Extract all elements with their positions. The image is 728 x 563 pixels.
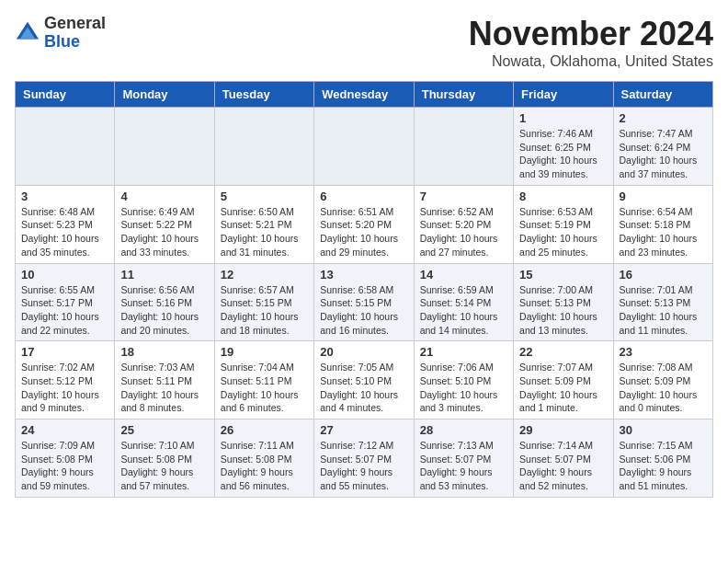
day-info: Sunrise: 7:09 AM Sunset: 5:08 PM Dayligh… (21, 439, 108, 493)
day-number: 1 (519, 111, 607, 125)
calendar-cell (414, 108, 513, 186)
calendar-week-row: 3Sunrise: 6:48 AM Sunset: 5:23 PM Daylig… (16, 185, 713, 263)
page-header: General Blue November 2024 Nowata, Oklah… (15, 15, 713, 70)
day-info: Sunrise: 7:13 AM Sunset: 5:07 PM Dayligh… (420, 439, 507, 493)
calendar-cell: 14Sunrise: 6:59 AM Sunset: 5:14 PM Dayli… (414, 263, 513, 341)
calendar-cell: 2Sunrise: 7:47 AM Sunset: 6:24 PM Daylig… (613, 108, 712, 186)
day-number: 5 (221, 190, 308, 203)
day-info: Sunrise: 7:08 AM Sunset: 5:09 PM Dayligh… (620, 361, 707, 415)
day-number: 19 (221, 345, 308, 359)
column-header-monday: Monday (115, 82, 214, 108)
calendar-cell: 3Sunrise: 6:48 AM Sunset: 5:23 PM Daylig… (16, 185, 115, 263)
day-info: Sunrise: 6:53 AM Sunset: 5:19 PM Dayligh… (519, 205, 607, 259)
day-number: 25 (120, 423, 208, 437)
day-number: 16 (620, 268, 707, 282)
day-info: Sunrise: 7:03 AM Sunset: 5:11 PM Dayligh… (120, 361, 208, 415)
calendar-week-row: 10Sunrise: 6:55 AM Sunset: 5:17 PM Dayli… (16, 263, 713, 341)
day-info: Sunrise: 7:05 AM Sunset: 5:10 PM Dayligh… (320, 361, 407, 415)
calendar-cell: 29Sunrise: 7:14 AM Sunset: 5:07 PM Dayli… (514, 419, 613, 498)
calendar-cell: 20Sunrise: 7:05 AM Sunset: 5:10 PM Dayli… (314, 341, 414, 419)
day-number: 27 (320, 423, 407, 437)
location: Nowata, Oklahoma, United States (469, 53, 713, 70)
column-header-wednesday: Wednesday (314, 82, 414, 108)
calendar-cell: 28Sunrise: 7:13 AM Sunset: 5:07 PM Dayli… (414, 419, 513, 498)
day-info: Sunrise: 7:06 AM Sunset: 5:10 PM Dayligh… (420, 361, 507, 415)
day-number: 22 (519, 345, 607, 359)
day-number: 2 (620, 111, 707, 125)
calendar-week-row: 1Sunrise: 7:46 AM Sunset: 6:25 PM Daylig… (16, 108, 713, 186)
day-number: 23 (620, 345, 707, 359)
day-info: Sunrise: 6:48 AM Sunset: 5:23 PM Dayligh… (21, 205, 108, 259)
column-header-saturday: Saturday (613, 82, 712, 108)
day-number: 13 (320, 268, 407, 282)
day-number: 20 (320, 345, 407, 359)
day-info: Sunrise: 6:50 AM Sunset: 5:21 PM Dayligh… (221, 205, 308, 259)
calendar-cell (314, 108, 414, 186)
day-number: 14 (420, 268, 507, 282)
day-info: Sunrise: 6:56 AM Sunset: 5:16 PM Dayligh… (120, 283, 208, 338)
calendar-cell: 30Sunrise: 7:15 AM Sunset: 5:06 PM Dayli… (613, 419, 712, 498)
calendar-cell: 7Sunrise: 6:52 AM Sunset: 5:20 PM Daylig… (414, 185, 513, 263)
calendar-week-row: 17Sunrise: 7:02 AM Sunset: 5:12 PM Dayli… (16, 341, 713, 419)
column-header-sunday: Sunday (16, 82, 115, 108)
day-info: Sunrise: 7:00 AM Sunset: 5:13 PM Dayligh… (519, 283, 607, 338)
title-area: November 2024 Nowata, Oklahoma, United S… (469, 15, 713, 70)
calendar-cell: 8Sunrise: 6:53 AM Sunset: 5:19 PM Daylig… (514, 185, 613, 263)
logo-text: General Blue (44, 15, 106, 52)
day-number: 11 (120, 268, 208, 282)
day-number: 28 (420, 423, 507, 437)
logo-icon (15, 20, 40, 46)
day-info: Sunrise: 6:58 AM Sunset: 5:15 PM Dayligh… (320, 283, 407, 338)
day-info: Sunrise: 6:54 AM Sunset: 5:18 PM Dayligh… (620, 205, 707, 259)
calendar-week-row: 24Sunrise: 7:09 AM Sunset: 5:08 PM Dayli… (16, 419, 713, 498)
day-info: Sunrise: 7:46 AM Sunset: 6:25 PM Dayligh… (519, 127, 607, 181)
day-info: Sunrise: 7:07 AM Sunset: 5:09 PM Dayligh… (519, 361, 607, 415)
calendar-cell: 24Sunrise: 7:09 AM Sunset: 5:08 PM Dayli… (16, 419, 115, 498)
calendar-cell: 16Sunrise: 7:01 AM Sunset: 5:13 PM Dayli… (613, 263, 712, 341)
calendar-cell: 23Sunrise: 7:08 AM Sunset: 5:09 PM Dayli… (613, 341, 712, 419)
calendar-cell: 22Sunrise: 7:07 AM Sunset: 5:09 PM Dayli… (514, 341, 613, 419)
calendar-cell (16, 108, 115, 186)
day-number: 26 (221, 423, 308, 437)
calendar-cell: 10Sunrise: 6:55 AM Sunset: 5:17 PM Dayli… (16, 263, 115, 341)
day-number: 4 (120, 190, 208, 203)
day-info: Sunrise: 7:01 AM Sunset: 5:13 PM Dayligh… (620, 283, 707, 338)
logo: General Blue (15, 15, 106, 52)
column-header-friday: Friday (514, 82, 613, 108)
day-info: Sunrise: 7:10 AM Sunset: 5:08 PM Dayligh… (120, 439, 208, 493)
calendar-header-row: SundayMondayTuesdayWednesdayThursdayFrid… (16, 82, 713, 108)
column-header-thursday: Thursday (414, 82, 513, 108)
day-number: 6 (320, 190, 407, 203)
month-title: November 2024 (469, 15, 713, 53)
day-info: Sunrise: 7:11 AM Sunset: 5:08 PM Dayligh… (221, 439, 308, 493)
calendar-cell: 21Sunrise: 7:06 AM Sunset: 5:10 PM Dayli… (414, 341, 513, 419)
calendar-cell: 9Sunrise: 6:54 AM Sunset: 5:18 PM Daylig… (613, 185, 712, 263)
day-info: Sunrise: 6:55 AM Sunset: 5:17 PM Dayligh… (21, 283, 108, 338)
day-number: 17 (21, 345, 108, 359)
day-info: Sunrise: 6:59 AM Sunset: 5:14 PM Dayligh… (420, 283, 507, 338)
day-number: 7 (420, 190, 507, 203)
column-header-tuesday: Tuesday (214, 82, 313, 108)
day-number: 12 (221, 268, 308, 282)
day-info: Sunrise: 7:15 AM Sunset: 5:06 PM Dayligh… (620, 439, 707, 493)
calendar-cell: 4Sunrise: 6:49 AM Sunset: 5:22 PM Daylig… (115, 185, 214, 263)
calendar-cell (115, 108, 214, 186)
calendar-cell: 15Sunrise: 7:00 AM Sunset: 5:13 PM Dayli… (514, 263, 613, 341)
day-info: Sunrise: 7:12 AM Sunset: 5:07 PM Dayligh… (320, 439, 407, 493)
day-info: Sunrise: 6:51 AM Sunset: 5:20 PM Dayligh… (320, 205, 407, 259)
calendar-cell: 13Sunrise: 6:58 AM Sunset: 5:15 PM Dayli… (314, 263, 414, 341)
day-number: 10 (21, 268, 108, 282)
calendar-cell: 1Sunrise: 7:46 AM Sunset: 6:25 PM Daylig… (514, 108, 613, 186)
calendar-cell: 18Sunrise: 7:03 AM Sunset: 5:11 PM Dayli… (115, 341, 214, 419)
day-info: Sunrise: 6:57 AM Sunset: 5:15 PM Dayligh… (221, 283, 308, 338)
day-info: Sunrise: 6:49 AM Sunset: 5:22 PM Dayligh… (120, 205, 208, 259)
day-number: 18 (120, 345, 208, 359)
day-info: Sunrise: 7:47 AM Sunset: 6:24 PM Dayligh… (620, 127, 707, 181)
day-info: Sunrise: 6:52 AM Sunset: 5:20 PM Dayligh… (420, 205, 507, 259)
day-number: 15 (519, 268, 607, 282)
day-number: 30 (620, 423, 707, 437)
day-number: 29 (519, 423, 607, 437)
calendar-cell: 19Sunrise: 7:04 AM Sunset: 5:11 PM Dayli… (214, 341, 313, 419)
calendar-cell: 26Sunrise: 7:11 AM Sunset: 5:08 PM Dayli… (214, 419, 313, 498)
calendar-cell: 27Sunrise: 7:12 AM Sunset: 5:07 PM Dayli… (314, 419, 414, 498)
